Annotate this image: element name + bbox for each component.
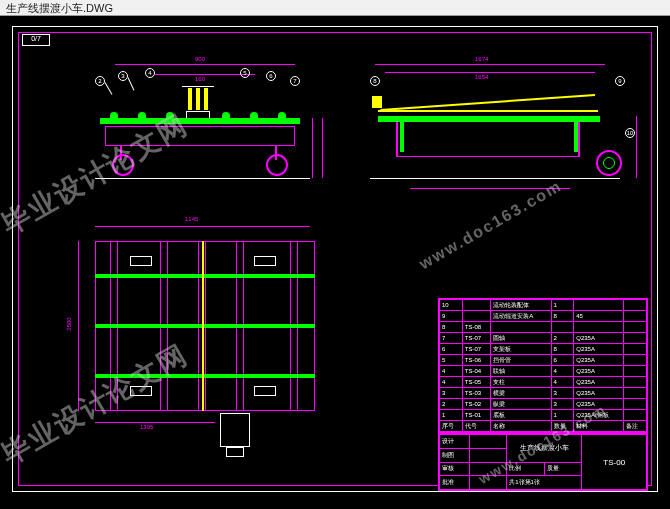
dim-plan-height: 2500 xyxy=(66,317,72,330)
balloon: 4 xyxy=(145,68,155,78)
bom-cell: 3 xyxy=(551,388,574,399)
bom-cell: 3 xyxy=(440,388,463,399)
bom-cell: 底板 xyxy=(491,410,551,421)
bom-cell xyxy=(462,300,491,311)
bom-cell: 8 xyxy=(551,344,574,355)
bom-cell: 9 xyxy=(440,311,463,322)
bom-cell: TS-04 xyxy=(462,366,491,377)
bom-col-code: 代号 xyxy=(462,421,491,432)
bom-cell: TS-07 xyxy=(462,333,491,344)
bom-cell: 纵梁 xyxy=(491,399,551,410)
wheel-icon xyxy=(112,154,134,176)
dim-front-width: 900 xyxy=(195,56,205,62)
bom-cell: 6 xyxy=(440,344,463,355)
bom-cell: 6 xyxy=(551,355,574,366)
bom-cell xyxy=(624,300,647,311)
file-title-bar: 生产线摆渡小车.DWG xyxy=(0,0,670,16)
bom-cell: 1 xyxy=(551,300,574,311)
dim-plan-length: 1145 xyxy=(185,216,198,222)
bom-cell: Q235A xyxy=(574,399,624,410)
bom-cell: 联轴 xyxy=(491,366,551,377)
title-block: 设计 生产线摆渡小车 TS-00 制图 审核 比例质量 批准 共1张第1张 xyxy=(438,433,648,491)
dim-front-pitch: 160 xyxy=(195,76,205,82)
cad-canvas[interactable]: 0/7 900 160 2 3 xyxy=(0,16,670,509)
balloon: 2 xyxy=(95,76,105,86)
drawing-number: TS-00 xyxy=(582,435,647,490)
bom-cell: 10 xyxy=(440,300,463,311)
bom-cell xyxy=(624,366,647,377)
bom-cell: 流动轮装配体 xyxy=(491,300,551,311)
bom-cell: 4 xyxy=(551,377,574,388)
drawing-title: 生产线摆渡小车 xyxy=(507,435,582,463)
bom-cell xyxy=(624,410,647,421)
dim-side-length: 1674 xyxy=(475,56,488,62)
bom-cell: TS-08 xyxy=(462,322,491,333)
bom-col-note: 备注 xyxy=(624,421,647,432)
bom-cell: 4 xyxy=(551,366,574,377)
bom-cell: 8 xyxy=(551,311,574,322)
bom-cell: TS-07 xyxy=(462,344,491,355)
bom-cell: 3 xyxy=(551,399,574,410)
bom-col-name: 名称 xyxy=(491,421,551,432)
bom-cell: TS-01 xyxy=(462,410,491,421)
bom-cell: TS-05 xyxy=(462,377,491,388)
bom-cell: 挡骨管 xyxy=(491,355,551,366)
bom-cell xyxy=(624,333,647,344)
bom-cell: Q235A xyxy=(574,344,624,355)
filename-label: 生产线摆渡小车.DWG xyxy=(6,2,113,14)
dim-plan-pitch: 1395 xyxy=(140,424,153,430)
bom-col-no: 序号 xyxy=(440,421,463,432)
bom-cell xyxy=(491,322,551,333)
bom-cell: 2 xyxy=(440,399,463,410)
bom-cell: 7 xyxy=(440,333,463,344)
bom-cell: 支架板 xyxy=(491,344,551,355)
bom-cell: 45 xyxy=(574,311,624,322)
bom-cell: Q235A xyxy=(574,333,624,344)
bom-cell: TS-03 xyxy=(462,388,491,399)
bom-cell: Q235A xyxy=(574,377,624,388)
bom-cell xyxy=(624,344,647,355)
revision-tag: 0/7 xyxy=(22,34,50,46)
bom-col-qty: 数量 xyxy=(551,421,574,432)
bom-table: 10流动轮装配体19流动辊道安装A8458TS-087TS-07圆轴2Q235A… xyxy=(438,298,648,433)
bom-cell xyxy=(574,300,624,311)
bom-cell: 支柱 xyxy=(491,377,551,388)
balloon: 7 xyxy=(290,76,300,86)
bom-cell: 2 xyxy=(551,333,574,344)
bom-cell xyxy=(624,399,647,410)
bom-col-mat: 材料 xyxy=(574,421,624,432)
bom-cell: 5 xyxy=(440,355,463,366)
bom-cell: 4 xyxy=(440,377,463,388)
balloon: 8 xyxy=(370,76,380,86)
bom-cell: Q235A xyxy=(574,366,624,377)
bom-cell: 8 xyxy=(440,322,463,333)
bom-cell xyxy=(624,355,647,366)
bom-cell: 横梁 xyxy=(491,388,551,399)
bom-cell: Q235A/钢板 xyxy=(574,410,624,421)
bom-cell: 1 xyxy=(440,410,463,421)
bom-cell xyxy=(624,377,647,388)
balloon: 6 xyxy=(266,71,276,81)
bom-cell: 圆轴 xyxy=(491,333,551,344)
dim-side-width: 1654 xyxy=(475,74,488,80)
bom-cell: Q235A xyxy=(574,388,624,399)
balloon: 9 xyxy=(615,76,625,86)
balloon: 3 xyxy=(118,71,128,81)
bom-cell: 1 xyxy=(551,410,574,421)
bom-cell: TS-02 xyxy=(462,399,491,410)
bom-cell: TS-06 xyxy=(462,355,491,366)
bom-cell xyxy=(574,322,624,333)
bom-cell xyxy=(551,322,574,333)
bom-cell: 4 xyxy=(440,366,463,377)
wheel-icon xyxy=(266,154,288,176)
bom-cell xyxy=(624,322,647,333)
balloon: 10 xyxy=(625,128,635,138)
bom-cell xyxy=(624,388,647,399)
bom-cell: 流动辊道安装A xyxy=(491,311,551,322)
bom-cell xyxy=(624,311,647,322)
balloon: 5 xyxy=(240,68,250,78)
bom-cell xyxy=(462,311,491,322)
bom-cell: Q235A xyxy=(574,355,624,366)
